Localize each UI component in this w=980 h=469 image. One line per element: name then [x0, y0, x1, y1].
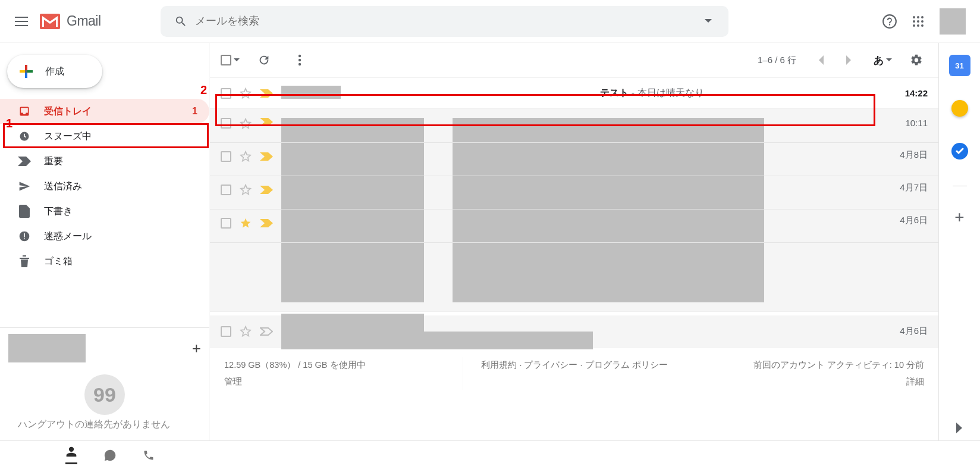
hangouts-conversations-tab[interactable]: [103, 449, 117, 462]
star-toggle[interactable]: [240, 151, 252, 162]
refresh-button[interactable]: [253, 49, 275, 71]
newer-button[interactable]: [809, 49, 832, 71]
row-checkbox[interactable]: [221, 218, 231, 229]
calendar-day-number: 31: [955, 61, 963, 70]
importance-outline-icon: [260, 327, 273, 336]
trash-icon: [18, 255, 31, 267]
svg-point-7: [917, 24, 919, 27]
svg-point-4: [917, 20, 919, 23]
activity-info: 前回のアカウント アクティビティ: 10 分前 詳細: [702, 357, 924, 390]
redacted-block: [453, 118, 764, 302]
storage-manage-link[interactable]: 管理: [224, 374, 446, 390]
inbox-icon: [18, 105, 31, 117]
redacted-block: [281, 332, 593, 349]
google-apps-button[interactable]: [906, 10, 930, 33]
time-cell: 14:22: [880, 88, 928, 98]
annotation-box-one: [3, 123, 209, 148]
search-input[interactable]: [195, 15, 694, 27]
compose-button[interactable]: 作成: [7, 55, 102, 88]
svg-rect-12: [20, 70, 26, 73]
sidebar-item-inbox[interactable]: 受信トレイ 1: [0, 99, 209, 124]
hangouts-contacts-tab[interactable]: [65, 446, 77, 464]
svg-rect-9: [25, 65, 27, 71]
sidebar-item-drafts[interactable]: 下書き: [0, 199, 209, 224]
svg-rect-13: [25, 70, 27, 73]
importance-icon: [260, 152, 273, 161]
svg-rect-16: [24, 233, 25, 237]
app-header: Gmail: [0, 0, 980, 43]
star-toggle[interactable]: [240, 184, 252, 196]
row-checkbox[interactable]: [221, 151, 231, 162]
account-avatar[interactable]: [940, 8, 966, 35]
sidebar-item-trash[interactable]: ゴミ箱: [0, 249, 209, 274]
redacted-block: [281, 118, 424, 302]
tasks-addon-button[interactable]: [949, 140, 970, 162]
time-cell: 4月6日: [880, 326, 928, 337]
hide-sidepanel-button[interactable]: [956, 423, 963, 433]
importance-toggle[interactable]: [260, 152, 273, 161]
importance-toggle[interactable]: [260, 219, 273, 227]
chevron-left-icon: [818, 55, 824, 65]
phone-icon: [143, 449, 155, 461]
hangouts-self-avatar[interactable]: [8, 334, 86, 362]
keep-addon-button[interactable]: [949, 98, 970, 119]
folder-label: 重要: [44, 155, 63, 168]
gmail-logo[interactable]: Gmail: [38, 10, 101, 33]
star-fill-icon: [240, 217, 252, 229]
help-icon: [882, 14, 897, 29]
time-cell: 4月6日: [880, 215, 928, 226]
support-button[interactable]: [878, 10, 902, 33]
sidebar-item-spam[interactable]: 迷惑メール: [0, 224, 209, 249]
search-box[interactable]: [161, 6, 728, 37]
folder-label: ゴミ箱: [44, 255, 73, 268]
inbox-count: 1: [192, 106, 197, 117]
older-button[interactable]: [838, 49, 860, 71]
storage-line1: 12.59 GB（83%） / 15 GB を使用中: [224, 357, 446, 374]
sidepanel-divider: [953, 186, 967, 186]
row-checkbox[interactable]: [221, 185, 231, 195]
svg-point-18: [299, 55, 301, 57]
mail-row[interactable]: 4月6日: [210, 312, 938, 348]
svg-point-20: [299, 63, 301, 65]
draft-icon: [18, 205, 31, 218]
policies-links[interactable]: 利用規約 · プライバシー · プログラム ポリシー: [463, 357, 685, 390]
mail-footer: 12.59 GB（83%） / 15 GB を使用中 管理 利用規約 · プライ…: [210, 348, 938, 399]
annotation-two: 2: [200, 83, 207, 97]
svg-point-5: [921, 20, 924, 23]
hangouts-phone-tab[interactable]: [143, 449, 155, 461]
star-toggle[interactable]: [240, 326, 252, 337]
redacted-block: [281, 314, 424, 332]
caret-down-icon: [234, 58, 240, 62]
settings-button[interactable]: [905, 49, 928, 71]
more-vert-icon: [298, 54, 301, 66]
activity-line1: 前回のアカウント アクティビティ: 10 分前: [702, 357, 924, 374]
importance-toggle[interactable]: [260, 186, 273, 194]
tasks-icon: [951, 143, 968, 160]
calendar-addon-button[interactable]: 31: [949, 55, 970, 76]
get-addons-button[interactable]: +: [954, 208, 964, 227]
compose-label: 作成: [45, 65, 64, 78]
more-button[interactable]: [288, 49, 311, 71]
chevron-right-icon: [846, 55, 852, 65]
star-toggle[interactable]: [240, 217, 252, 229]
mail-row[interactable]: 10:11 4月8日 4月7日 4月6日: [210, 109, 938, 312]
hangouts-new-conversation-button[interactable]: +: [192, 339, 201, 358]
input-tools-button[interactable]: あ: [874, 54, 892, 67]
time-cell: 4月8日: [880, 149, 928, 161]
svg-point-19: [299, 59, 301, 61]
svg-point-1: [917, 16, 919, 18]
chevron-right-icon: [956, 423, 963, 433]
row-checkbox[interactable]: [221, 326, 231, 337]
importance-icon: [260, 219, 273, 227]
main-menu-button[interactable]: [7, 7, 36, 36]
select-all-checkbox[interactable]: [221, 55, 240, 65]
search-options-button[interactable]: [694, 19, 723, 24]
caret-down-icon: [705, 19, 712, 24]
sidebar-item-important[interactable]: 重要: [0, 149, 209, 174]
activity-details-link[interactable]: 詳細: [702, 374, 924, 390]
importance-toggle[interactable]: [260, 327, 273, 336]
hangouts-quote-icon: 99: [84, 374, 125, 415]
side-panel: 31 +: [938, 43, 980, 440]
sidebar: 作成 受信トレイ 1 スヌーズ中 重要 送信済み 下: [0, 43, 209, 440]
sidebar-item-sent[interactable]: 送信済み: [0, 174, 209, 199]
